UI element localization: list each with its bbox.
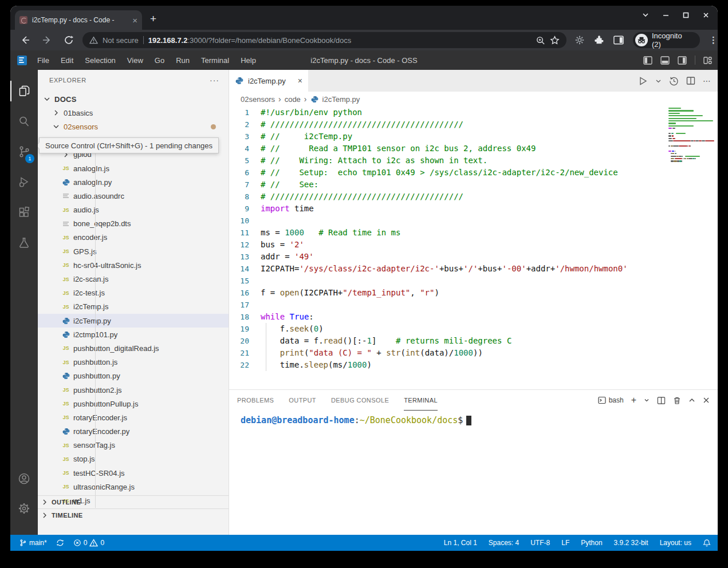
code-line-21[interactable]: 21 print("data (C) = " + str(int(data)/1… <box>229 347 666 359</box>
file-row-sensorTag.js[interactable]: JSsensorTag.js <box>38 439 229 452</box>
menu-terminal[interactable]: Terminal <box>195 54 235 67</box>
incognito-badge[interactable]: Incognito (2) <box>633 32 700 48</box>
explorer-more-actions-icon[interactable]: ··· <box>210 76 219 85</box>
new-tab-button[interactable]: + <box>150 13 156 25</box>
code-line-3[interactable]: 3# // i2cTemp.py <box>229 131 666 143</box>
code-line-6[interactable]: 6# // Setup: echo tmp101 0x49 > /sys/cla… <box>229 167 666 179</box>
back-button[interactable] <box>18 35 32 45</box>
status-item[interactable]: Spaces: 4 <box>489 539 519 547</box>
folder-row-DOCS[interactable]: DOCS <box>38 92 229 106</box>
code-line-15[interactable]: 15 <box>229 275 666 287</box>
code-line-20[interactable]: 20 data = f.read()[:-1] # returns mili-d… <box>229 335 666 347</box>
menu-file[interactable]: File <box>32 54 55 67</box>
window-close-button[interactable] <box>702 11 710 19</box>
panel-tab-debug-console[interactable]: DEBUG CONSOLE <box>331 390 389 411</box>
timeline-history-icon[interactable] <box>669 76 679 86</box>
split-terminal-icon[interactable] <box>657 396 666 405</box>
toggle-secondary-sidebar-icon[interactable] <box>678 56 687 65</box>
menu-edit[interactable]: Edit <box>55 54 79 67</box>
code-line-8[interactable]: 8# /////////////////////////////////////… <box>229 191 666 203</box>
kill-terminal-trash-icon[interactable] <box>673 396 681 405</box>
editor-tab-close-icon[interactable]: × <box>298 76 302 85</box>
manage-gear-icon[interactable] <box>10 495 38 522</box>
accounts-icon[interactable] <box>10 466 38 492</box>
code-line-13[interactable]: 13addr = '49' <box>229 251 666 263</box>
file-row-encoder.js[interactable]: JSencoder.js <box>38 231 229 244</box>
file-row-pushbutton_digitalRead.js[interactable]: JSpushbutton_digitalRead.js <box>38 341 229 355</box>
window-minimize-button[interactable] <box>662 11 670 19</box>
file-row-i2cTemp.js[interactable]: JSi2cTemp.js <box>38 300 229 314</box>
new-terminal-icon[interactable]: + <box>631 395 636 405</box>
forward-button[interactable] <box>40 35 54 45</box>
run-debug-icon[interactable] <box>10 169 38 195</box>
file-row-i2c-test.js[interactable]: JSi2c-test.js <box>38 286 229 300</box>
file-row-testHC-SR04.js[interactable]: JStestHC-SR04.js <box>38 466 229 480</box>
status-item[interactable]: Ln 1, Col 1 <box>444 539 477 547</box>
timeline-section[interactable]: TIMELINE <box>38 508 229 522</box>
tab-close-icon[interactable]: × <box>132 16 137 25</box>
problems-indicator[interactable]: 0 0 <box>70 537 107 549</box>
panel-tab-problems[interactable]: PROBLEMS <box>237 390 274 411</box>
tab-search-chevron-icon[interactable] <box>642 11 650 19</box>
code-line-14[interactable]: 14I2CPATH='/sys/class/i2c-adapter/i2c-'+… <box>229 263 666 275</box>
file-row-audio.asoundrc[interactable]: audio.asoundrc <box>38 189 229 203</box>
zoom-icon[interactable] <box>536 36 545 45</box>
status-item[interactable]: Python <box>581 539 602 547</box>
status-item[interactable]: UTF-8 <box>530 539 550 547</box>
file-row-i2c-scan.js[interactable]: JSi2c-scan.js <box>38 272 229 286</box>
code-line-19[interactable]: 19 f.seek(0) <box>229 323 666 335</box>
reload-button[interactable] <box>62 35 76 45</box>
bookmark-star-icon[interactable] <box>550 36 560 45</box>
side-panel-icon[interactable] <box>613 36 624 45</box>
source-control-icon[interactable]: 1 <box>10 139 38 165</box>
split-editor-icon[interactable] <box>686 76 695 85</box>
explorer-icon[interactable] <box>10 78 38 104</box>
extensions-puzzle-icon[interactable] <box>594 35 604 45</box>
code-line-10[interactable]: 10 <box>229 215 666 227</box>
file-row-ultrasonicRange.js[interactable]: JSultrasonicRange.js <box>38 480 229 494</box>
url-bar[interactable]: Not secure 192.168.7.2:3000/?folder=/hom… <box>82 32 566 48</box>
toggle-panel-icon[interactable] <box>660 56 670 65</box>
panel-tab-output[interactable]: OUTPUT <box>289 390 316 411</box>
close-panel-icon[interactable] <box>703 397 710 404</box>
terminal-prompt[interactable]: debian@breadboard-home:~/BoneCookbook/do… <box>241 415 471 425</box>
code-line-9[interactable]: 9import time <box>229 203 666 215</box>
folder-row-01basics[interactable]: 01basics <box>38 106 229 120</box>
file-row-audio.js[interactable]: JSaudio.js <box>38 203 229 217</box>
folder-row-02sensors[interactable]: 02sensors <box>38 120 229 133</box>
file-row-i2cTemp.py[interactable]: i2cTemp.py <box>38 314 229 328</box>
file-row-rotaryEncoder.py[interactable]: rotaryEncoder.py <box>38 425 229 439</box>
settings-gear-icon[interactable] <box>574 35 585 45</box>
minimap[interactable] <box>666 107 716 389</box>
file-row-analogIn.js[interactable]: JSanalogIn.js <box>38 161 229 175</box>
file-row-bone_eqep2b.dts[interactable]: bone_eqep2b.dts <box>38 217 229 231</box>
menu-run[interactable]: Run <box>170 54 195 67</box>
code-line-2[interactable]: 2# /////////////////////////////////////… <box>229 119 666 131</box>
git-branch-indicator[interactable]: main* <box>16 537 50 549</box>
code-line-16[interactable]: 16f = open(I2CPATH+"/temp1_input", "r") <box>229 287 666 299</box>
not-secure-label[interactable]: Not secure <box>103 36 139 45</box>
window-maximize-button[interactable] <box>682 11 690 19</box>
code-line-4[interactable]: 4# // Read a TMP101 sensor on i2c bus 2,… <box>229 143 666 155</box>
run-python-file-icon[interactable] <box>638 76 648 86</box>
sync-changes-button[interactable] <box>53 537 67 549</box>
search-icon[interactable] <box>10 108 38 135</box>
run-dropdown-chevron-icon[interactable] <box>655 78 662 84</box>
code-line-5[interactable]: 5# // Wiring: Attach to i2c as shown in … <box>229 155 666 167</box>
testing-icon[interactable] <box>10 230 38 256</box>
file-row-pushbutton2.js[interactable]: JSpushbutton2.js <box>38 383 229 397</box>
browser-tab[interactable]: i2cTemp.py - docs - Code - × <box>15 10 142 30</box>
customize-layout-icon[interactable] <box>703 56 712 65</box>
terminal-dropdown-chevron-icon[interactable] <box>644 397 650 403</box>
menu-go[interactable]: Go <box>149 54 170 67</box>
outline-section[interactable]: OUTLINE <box>38 495 229 508</box>
file-row-pushbutton.js[interactable]: JSpushbutton.js <box>38 356 229 369</box>
maximize-panel-chevron-icon[interactable] <box>688 397 695 404</box>
code-line-22[interactable]: 22 time.sleep(ms/1000) <box>229 359 666 371</box>
status-item[interactable]: 3.9.2 32-bit <box>614 539 648 547</box>
notifications-bell-icon[interactable] <box>703 539 711 547</box>
editor-tab-i2cTemp[interactable]: i2cTemp.py × <box>229 70 308 92</box>
menu-help[interactable]: Help <box>235 54 262 67</box>
code-line-7[interactable]: 7# // See: <box>229 179 666 191</box>
menu-selection[interactable]: Selection <box>79 54 121 67</box>
